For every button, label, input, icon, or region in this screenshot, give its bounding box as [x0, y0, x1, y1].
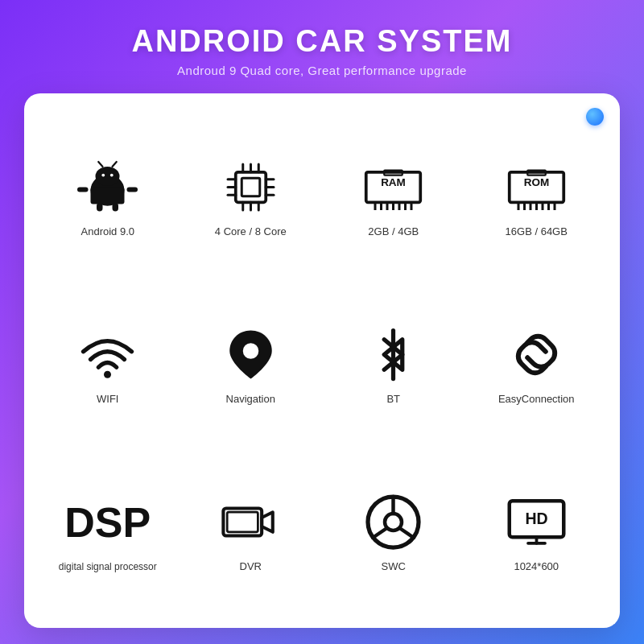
- svg-text:RAM: RAM: [381, 176, 406, 188]
- svg-point-2: [96, 167, 120, 186]
- dvr-label: DVR: [240, 560, 262, 572]
- page-subtitle: Androud 9 Quad core, Great performance u…: [131, 64, 512, 77]
- wifi-icon: [77, 324, 138, 385]
- svg-text:ROM: ROM: [524, 176, 550, 188]
- ram-icon: RAM: [363, 157, 423, 217]
- svg-marker-50: [262, 512, 273, 532]
- feature-dvr: DVR: [184, 452, 319, 612]
- svg-rect-12: [242, 178, 260, 196]
- svg-text:HD: HD: [525, 510, 547, 527]
- svg-point-3: [102, 174, 105, 177]
- svg-rect-10: [113, 203, 119, 212]
- features-grid: Android 9.0: [40, 118, 604, 612]
- bt-label: BT: [386, 393, 400, 405]
- svg-line-55: [401, 529, 415, 538]
- svg-rect-9: [97, 203, 103, 212]
- svg-rect-1: [91, 188, 125, 204]
- swc-label: SWC: [382, 560, 406, 572]
- feature-rom: ROM 16GB / 64GB: [469, 118, 605, 277]
- easyconnection-label: EasyConnection: [498, 393, 575, 405]
- feature-ram: RAM 2GB / 4GB: [326, 118, 461, 277]
- svg-point-45: [104, 371, 111, 378]
- bluetooth-icon: [363, 324, 423, 385]
- feature-wifi: WIFI: [40, 285, 175, 444]
- dsp-icon: DSP: [72, 493, 144, 553]
- navigation-label: Navigation: [226, 393, 275, 405]
- feature-card: Android 9.0: [24, 93, 620, 628]
- feature-hd: HD 1024*600: [469, 452, 605, 612]
- hd-icon: HD: [506, 492, 567, 552]
- svg-line-6: [113, 162, 117, 167]
- dsp-label: digital signal processor: [59, 561, 157, 572]
- svg-rect-11: [236, 172, 266, 203]
- dvr-icon: [221, 492, 281, 552]
- core-label: 4 Core / 8 Core: [215, 225, 287, 237]
- android-icon: [77, 157, 138, 217]
- hd-label: 1024*600: [514, 560, 559, 572]
- svg-rect-7: [77, 188, 89, 192]
- feature-dsp: DSP digital signal processor: [40, 452, 175, 612]
- svg-line-54: [373, 529, 386, 538]
- feature-bt: BT: [326, 285, 461, 444]
- android-label: Android 9.0: [81, 225, 135, 237]
- svg-rect-49: [227, 512, 258, 532]
- svg-rect-8: [127, 188, 138, 192]
- wifi-label: WIFI: [97, 393, 118, 405]
- feature-navigation: Navigation: [184, 285, 319, 444]
- steering-icon: [363, 492, 423, 552]
- svg-point-4: [110, 174, 114, 177]
- dsp-text: DSP: [64, 502, 151, 543]
- rom-label: 16GB / 64GB: [506, 225, 568, 237]
- svg-line-5: [99, 162, 103, 167]
- svg-point-46: [243, 343, 259, 359]
- chip-icon: [221, 157, 281, 217]
- link-icon: [506, 324, 567, 385]
- feature-easyconnection: EasyConnection: [469, 285, 605, 444]
- feature-swc: SWC: [326, 452, 461, 612]
- rom-icon: ROM: [506, 157, 567, 217]
- feature-core: 4 Core / 8 Core: [184, 118, 319, 277]
- ram-label: 2GB / 4GB: [368, 225, 419, 237]
- blue-dot-decoration: [586, 108, 604, 126]
- feature-android: Android 9.0: [40, 118, 175, 277]
- page-header: ANDROID CAR SYSTEM Androud 9 Quad core, …: [131, 24, 512, 77]
- page-title: ANDROID CAR SYSTEM: [131, 24, 512, 59]
- navigation-icon: [221, 324, 281, 385]
